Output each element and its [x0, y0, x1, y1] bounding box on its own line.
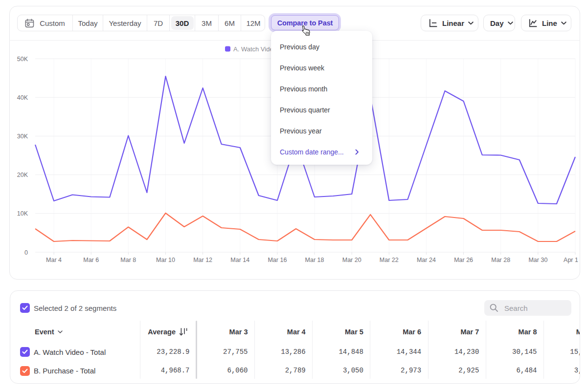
svg-text:Mar 10: Mar 10 [156, 257, 175, 263]
svg-text:Mar 24: Mar 24 [417, 257, 436, 263]
svg-text:Mar 8: Mar 8 [120, 257, 136, 263]
svg-text:10K: 10K [17, 210, 28, 217]
svg-text:40K: 40K [17, 94, 28, 101]
svg-text:Mar 20: Mar 20 [342, 257, 361, 263]
svg-text:Mar 30: Mar 30 [528, 257, 547, 263]
svg-text:30K: 30K [17, 133, 28, 140]
svg-text:Mar 18: Mar 18 [305, 257, 324, 263]
svg-text:Mar 22: Mar 22 [380, 257, 399, 263]
svg-text:Mar 6: Mar 6 [83, 257, 99, 263]
svg-text:20K: 20K [17, 172, 28, 178]
svg-text:Mar 28: Mar 28 [491, 257, 510, 263]
svg-text:Mar 4: Mar 4 [46, 257, 62, 263]
svg-text:50K: 50K [17, 56, 28, 63]
svg-text:Mar 16: Mar 16 [268, 257, 287, 263]
svg-text:Apr 1: Apr 1 [564, 257, 578, 263]
svg-text:Mar 14: Mar 14 [230, 257, 249, 263]
svg-text:Mar 26: Mar 26 [454, 257, 473, 263]
svg-text:0: 0 [24, 249, 28, 256]
svg-text:Mar 12: Mar 12 [193, 257, 212, 263]
